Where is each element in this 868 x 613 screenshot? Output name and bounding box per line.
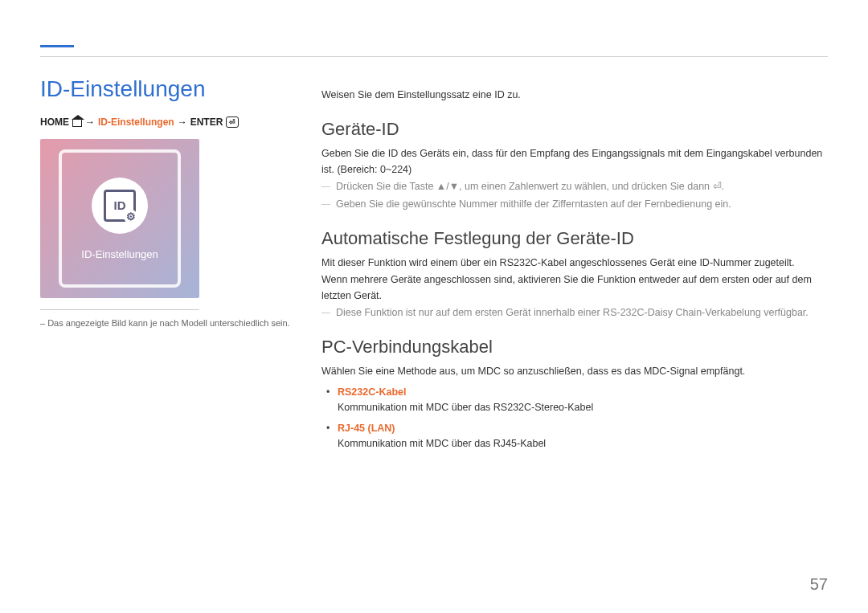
auto-id-p1: Mit dieser Funktion wird einem über ein … — [321, 255, 828, 271]
thumbnail-rule — [40, 309, 199, 310]
heading-device-id: Geräte-ID — [321, 119, 828, 140]
right-column: Weisen Sie dem Einstellungssatz eine ID … — [321, 76, 828, 452]
id-badge: ID ⚙ — [92, 178, 148, 234]
breadcrumb-home: HOME — [40, 116, 69, 128]
intro-text: Weisen Sie dem Einstellungssatz eine ID … — [321, 88, 828, 103]
thumbnail-label: ID-Einstellungen — [81, 248, 158, 260]
home-icon — [72, 119, 82, 127]
auto-id-note1: Diese Funktion ist nur auf dem ersten Ge… — [321, 305, 828, 321]
image-disclaimer: – Das angezeigte Bild kann je nach Model… — [40, 318, 291, 328]
auto-id-p2: Wenn mehrere Geräte angeschlossen sind, … — [321, 272, 828, 304]
device-id-note1: Drücken Sie die Taste ▲/▼, um einen Zahl… — [321, 179, 828, 194]
breadcrumb-enter: ENTER — [190, 116, 223, 128]
feature-thumbnail: ID ⚙ ID-Einstellungen — [40, 139, 199, 298]
heading-auto-id: Automatische Festlegung der Geräte-ID — [321, 228, 828, 249]
option-desc: Kommunikation mit MDC über das RS232C-St… — [338, 402, 593, 413]
breadcrumb-current: ID-Einstellungen — [98, 116, 174, 128]
option-desc: Kommunikation mit MDC über das RJ45-Kabe… — [338, 438, 546, 449]
enter-icon: ⏎ — [226, 116, 239, 128]
breadcrumb-arrow1: → — [85, 116, 95, 128]
page-content: ID-Einstellungen HOME → ID-Einstellungen… — [40, 76, 828, 452]
thumbnail-frame: ID ⚙ ID-Einstellungen — [59, 149, 181, 288]
breadcrumb-arrow2: → — [178, 116, 187, 128]
page-number: 57 — [810, 575, 828, 594]
option-title: RS232C-Kabel — [338, 385, 828, 400]
option-rs232c: RS232C-Kabel Kommunikation mit MDC über … — [321, 385, 828, 416]
option-title: RJ-45 (LAN) — [338, 421, 828, 436]
page-title: ID-Einstellungen — [40, 76, 291, 102]
pc-cable-p1: Wählen Sie eine Methode aus, um MDC so a… — [321, 364, 828, 379]
header-accent — [40, 45, 74, 47]
pc-cable-options: RS232C-Kabel Kommunikation mit MDC über … — [321, 385, 828, 452]
heading-pc-cable: PC-Verbindungskabel — [321, 337, 828, 358]
id-badge-box: ID ⚙ — [104, 190, 136, 222]
device-id-p1: Geben Sie die ID des Geräts ein, dass fü… — [321, 146, 828, 178]
device-id-note2: Geben Sie die gewünschte Nummer mithilfe… — [321, 197, 828, 212]
option-rj45: RJ-45 (LAN) Kommunikation mit MDC über d… — [321, 421, 828, 452]
breadcrumb: HOME → ID-Einstellungen → ENTER ⏎ — [40, 116, 291, 128]
left-column: ID-Einstellungen HOME → ID-Einstellungen… — [40, 76, 291, 452]
gear-icon: ⚙ — [124, 210, 138, 224]
header-rule — [40, 56, 828, 57]
id-badge-text: ID — [114, 198, 126, 212]
